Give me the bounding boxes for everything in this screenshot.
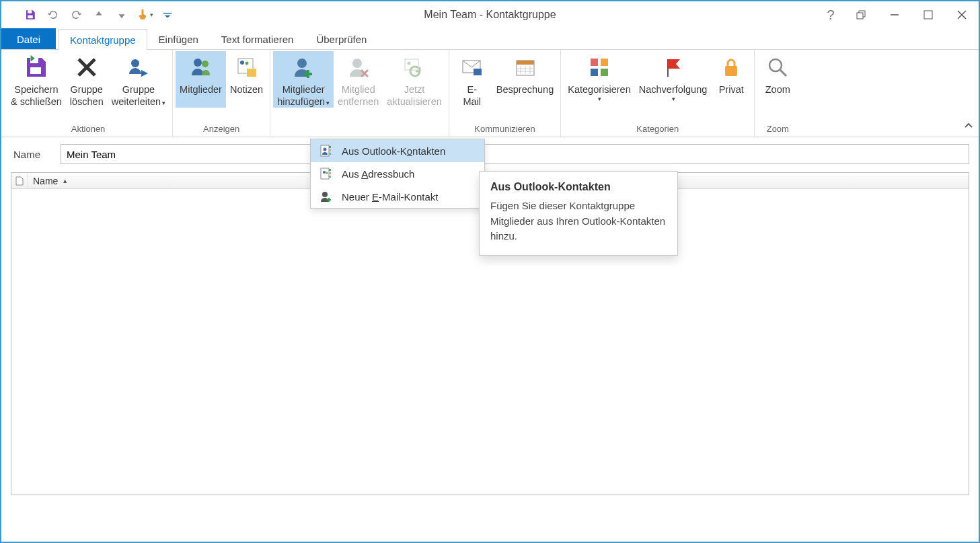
chevron-down-icon: ▾ <box>326 100 330 106</box>
svg-rect-47 <box>329 153 331 155</box>
restore-window-button[interactable] <box>844 1 878 28</box>
categorize-button[interactable]: Kategorisieren ▾ <box>564 51 635 103</box>
group-anzeigen: Mitglieder Notizen Anzeigen <box>173 50 270 137</box>
name-column[interactable]: Name ▲ <box>28 176 73 186</box>
help-button[interactable]: ? <box>817 1 844 28</box>
dropdown-from-addressbook[interactable]: Aus Adressbuch <box>311 162 484 185</box>
svg-rect-21 <box>304 73 312 75</box>
touch-mode-button[interactable]: ▾ <box>136 6 153 24</box>
add-members-dropdown: Aus Outlook-Kontakten Aus Adressbuch Neu… <box>310 139 485 209</box>
tab-ueberpruefen[interactable]: Überprüfen <box>305 28 378 49</box>
followup-button[interactable]: Nachverfolgung ▾ <box>635 51 712 103</box>
redo-button[interactable] <box>67 6 85 24</box>
qat-customize-button[interactable] <box>159 6 176 24</box>
dropdown-from-outlook-contacts[interactable]: Aus Outlook-Kontakten <box>311 139 484 162</box>
label: löschen <box>70 96 104 108</box>
window-title: Mein Team - Kontaktgruppe <box>424 9 556 21</box>
next-button[interactable] <box>113 6 130 24</box>
restore-up-icon <box>856 10 866 20</box>
group-kategorien: Kategorisieren ▾ Nachverfolgung ▾ Privat… <box>561 50 755 137</box>
group-label: Zoom <box>757 122 798 137</box>
refresh-icon <box>402 55 426 79</box>
label-u: A <box>361 168 368 180</box>
email-button[interactable]: E- Mail <box>452 51 492 108</box>
svg-rect-46 <box>329 149 331 151</box>
svg-point-22 <box>352 59 362 68</box>
label: & schließen <box>11 96 62 108</box>
tab-kontaktgruppe[interactable]: Kontaktgruppe <box>59 29 147 50</box>
arrow-up-icon <box>93 9 105 21</box>
minimize-button[interactable] <box>878 1 911 28</box>
undo-button[interactable] <box>44 6 62 24</box>
label-u: E <box>372 191 379 203</box>
save-and-close-button[interactable]: Speichern & schließen <box>7 51 66 108</box>
label: Zoom <box>765 83 790 96</box>
group-label <box>273 122 446 137</box>
close-icon <box>957 10 967 20</box>
label: entfernen <box>338 96 379 108</box>
svg-point-48 <box>324 148 327 151</box>
meeting-button[interactable]: Besprechung <box>492 51 558 108</box>
tab-einfuegen[interactable]: Einfügen <box>147 28 210 49</box>
label: Mitglied <box>342 83 375 96</box>
prev-button[interactable] <box>90 6 108 24</box>
label: E- <box>467 83 478 96</box>
group-label: Kommunizieren <box>452 122 558 137</box>
svg-point-42 <box>769 59 782 71</box>
contacts-book-icon <box>319 144 333 157</box>
close-button[interactable] <box>945 1 979 28</box>
svg-point-53 <box>323 171 326 174</box>
notes-icon <box>235 55 259 79</box>
svg-point-17 <box>245 62 248 65</box>
minimize-icon <box>890 10 899 20</box>
svg-point-12 <box>131 59 139 67</box>
flag-icon <box>661 55 685 79</box>
addressbook-icon <box>319 167 333 180</box>
save-icon <box>24 9 36 21</box>
members-icon <box>189 55 213 79</box>
svg-rect-1 <box>28 15 33 19</box>
svg-point-14 <box>202 61 209 67</box>
svg-rect-2 <box>163 13 172 14</box>
tab-textformatieren[interactable]: Text formatieren <box>210 28 305 49</box>
label: Gruppe <box>122 83 155 96</box>
email-icon <box>460 55 484 79</box>
label-post: ntakten <box>412 145 445 157</box>
svg-point-54 <box>326 172 328 174</box>
add-members-button[interactable]: Mitglieder hinzufügen▾ <box>273 51 334 108</box>
label-post: -Mail-Kontakt <box>379 191 438 203</box>
collapse-ribbon-button[interactable] <box>964 121 973 133</box>
categorize-icon <box>587 55 611 79</box>
chevron-down-icon: ▾ <box>150 11 153 18</box>
save-button[interactable] <box>22 6 39 24</box>
svg-rect-0 <box>28 10 32 13</box>
forward-group-button[interactable]: Gruppe weiterleiten▾ <box>108 51 169 108</box>
svg-rect-45 <box>329 146 331 148</box>
delete-group-button[interactable]: Gruppe löschen <box>66 51 108 108</box>
column-label: Name <box>33 176 58 186</box>
svg-line-43 <box>780 70 786 76</box>
mitglieder-button[interactable]: Mitglieder <box>176 51 226 108</box>
name-label: Name <box>11 149 51 160</box>
zoom-button[interactable]: Zoom <box>757 51 798 108</box>
tab-datei[interactable]: Datei <box>1 28 56 49</box>
group-label: Kategorien <box>564 122 751 137</box>
svg-rect-9 <box>30 67 41 74</box>
group-label: Aktionen <box>7 122 169 137</box>
icon-column[interactable] <box>11 173 28 188</box>
private-button[interactable]: Privat <box>711 51 751 108</box>
svg-rect-51 <box>329 172 331 174</box>
label: Gruppe <box>71 83 103 96</box>
label: Privat <box>719 83 744 96</box>
maximize-button[interactable] <box>911 1 945 28</box>
page-icon <box>15 176 24 186</box>
label: Mail <box>463 96 481 108</box>
group-name-input[interactable] <box>61 144 969 164</box>
label-post: dressbuch <box>368 168 414 180</box>
label: Mitglieder <box>180 83 222 96</box>
undo-icon <box>47 9 59 21</box>
ribbon-tabs: Datei Kontaktgruppe Einfügen Text format… <box>1 28 979 50</box>
dropdown-new-email-contact[interactable]: Neuer E-Mail-Kontakt <box>311 185 484 208</box>
svg-point-55 <box>322 192 328 197</box>
notizen-button[interactable]: Notizen <box>226 51 267 108</box>
